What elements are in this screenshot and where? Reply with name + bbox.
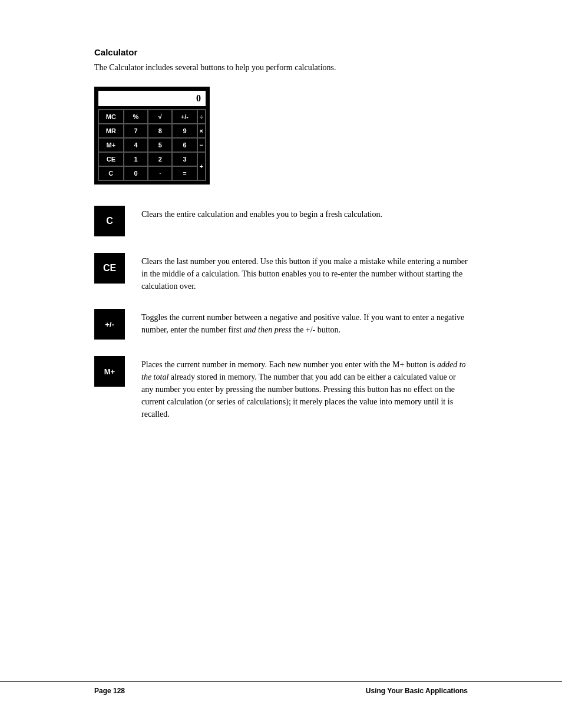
calc-buttons: MC % √ +/- ÷ MR 7 8 9 × M+ 4 5 6 [98, 109, 206, 181]
calc-btn-divide: ÷ [197, 110, 206, 124]
calc-btn-multiply: × [197, 124, 206, 138]
calc-btn-pct: % [124, 110, 148, 124]
desc-text-mplus: Places the current number in memory. Eac… [141, 356, 468, 420]
calc-btn-3: 3 [172, 152, 197, 166]
desc-item-c: C Clears the entire calculation and enab… [94, 206, 468, 236]
desc-text-plusminus: Toggles the current number between a neg… [141, 309, 468, 336]
calculator-widget: 0 MC % √ +/- ÷ MR 7 8 9 × M+ [94, 87, 210, 185]
calc-btn-2: 2 [148, 152, 172, 166]
calculator-image: 0 MC % √ +/- ÷ MR 7 8 9 × M+ [94, 87, 468, 185]
calc-btn-mplus: M+ [98, 138, 124, 152]
calc-row-2: MR 7 8 9 × [98, 124, 206, 138]
desc-text-c: Clears the entire calculation and enable… [141, 206, 382, 220]
calc-row-4: CE 1 2 3 + [98, 152, 206, 166]
page-footer: Page 128 Using Your Basic Applications [0, 681, 562, 700]
calc-btn-equals: = [172, 166, 197, 180]
calc-btn-1: 1 [124, 152, 148, 166]
calc-btn-6: 6 [172, 138, 197, 152]
calc-btn-minus: − [197, 138, 206, 152]
desc-item-mplus: M+ Places the current number in memory. … [94, 356, 468, 420]
section-title: Calculator [94, 47, 468, 57]
calc-display: 0 [98, 90, 206, 107]
calc-btn-7: 7 [124, 124, 148, 138]
desc-text-ce: Clears the last number you entered. Use … [141, 253, 468, 292]
footer-chapter-title: Using Your Basic Applications [366, 687, 468, 695]
calc-btn-plusminus-top: +/- [172, 110, 197, 124]
calc-btn-c: C [98, 166, 124, 180]
intro-text: The Calculator includes several buttons … [94, 63, 468, 73]
calc-btn-ce: CE [98, 152, 124, 166]
calc-row-5: C 0 · = [98, 166, 206, 180]
desc-item-plusminus: +/- Toggles the current number between a… [94, 309, 468, 340]
calc-btn-8: 8 [148, 124, 172, 138]
calc-btn-9: 9 [172, 124, 197, 138]
ce-icon-box: CE [94, 253, 125, 284]
calc-btn-mc: MC [98, 110, 124, 124]
calc-btn-0: 0 [124, 166, 148, 180]
calc-btn-mr: MR [98, 124, 124, 138]
c-icon-box: C [94, 206, 125, 236]
calc-row-3: M+ 4 5 6 − [98, 138, 206, 152]
footer-page-number: Page 128 [94, 687, 125, 695]
calc-btn-5: 5 [148, 138, 172, 152]
calc-btn-4: 4 [124, 138, 148, 152]
calc-btn-sqrt: √ [148, 110, 172, 124]
calc-btn-dot: · [148, 166, 172, 180]
calc-btn-plus: + [197, 152, 206, 180]
plusminus-icon-box: +/- [94, 309, 125, 340]
page-content: Calculator The Calculator includes sever… [0, 0, 562, 472]
calc-row-1: MC % √ +/- ÷ [98, 110, 206, 124]
desc-item-ce: CE Clears the last number you entered. U… [94, 253, 468, 292]
mplus-icon-box: M+ [94, 356, 125, 387]
